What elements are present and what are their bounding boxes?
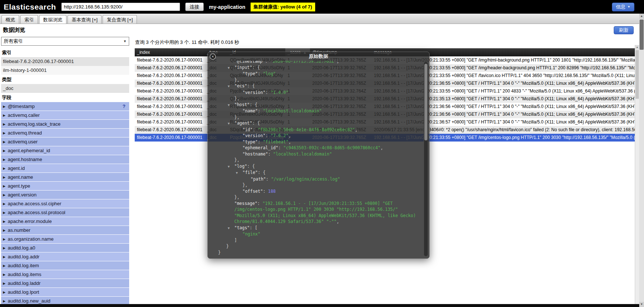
expand-icon: ▶ — [3, 255, 6, 259]
expand-icon: ▶ — [3, 140, 6, 144]
field-item-label: auditd.log.addr — [8, 254, 39, 259]
field-item-label: agent.hostname — [8, 157, 42, 162]
type-list: _doc — [1, 84, 129, 93]
results-summary: 查询 3 个分片中用的 3 个. 11 命中. 耗时 0.016 秒 — [135, 39, 636, 46]
field-item[interactable]: ▶apache.access.ssl.cipher — [1, 199, 129, 208]
scroll-up-icon[interactable]: ▲ — [635, 45, 639, 49]
modal-scrollbar-thumb[interactable] — [424, 64, 427, 140]
tab[interactable]: 基本查询 [+] — [68, 15, 101, 24]
field-item[interactable]: ▶activemq.log.stack_trace — [1, 120, 129, 129]
scroll-up-icon[interactable]: ▲ — [639, 14, 644, 19]
tab[interactable]: 数据浏览 — [39, 15, 66, 24]
tab[interactable]: 概览 — [1, 15, 19, 24]
connect-button[interactable]: 连接 — [185, 3, 204, 11]
bottom-edge-bar — [0, 304, 639, 307]
field-item[interactable]: ▶agent.hostname — [1, 155, 129, 164]
field-item-label: auditd.log.new_auid — [8, 298, 51, 304]
field-item-label: apache.error.module — [8, 219, 52, 224]
field-item-label: auditd.log.a0 — [8, 245, 35, 251]
modal-close-button[interactable]: ✕ — [210, 53, 216, 60]
field-item[interactable]: ▶activemq.caller — [1, 111, 129, 120]
collapse-icon[interactable]: ▼ — [228, 83, 234, 90]
json-line: }, — [208, 77, 423, 83]
page-scrollbar[interactable]: ▲ ▼ — [639, 14, 644, 307]
field-item[interactable]: ▶agent.type — [1, 182, 129, 191]
json-line: "id": "f8b298c7-50eb-4e1e-84f6-8a092ce8e… — [208, 127, 423, 133]
field-item[interactable]: ▶activemq.user — [1, 137, 129, 146]
cluster-name: my-application — [209, 4, 245, 10]
expand-icon: ▶ — [3, 273, 6, 276]
field-item[interactable]: ▶auditd.log.a0 — [1, 244, 129, 252]
field-item[interactable]: ▶auditd.log.addr — [1, 252, 129, 261]
refresh-button[interactable]: 刷新 — [614, 26, 634, 34]
field-item[interactable]: ▶agent.id — [1, 164, 129, 173]
field-item[interactable]: ▶auditd.log.item — [1, 261, 129, 270]
field-item-label: auditd.log.item — [8, 263, 39, 268]
page-scrollbar-thumb[interactable] — [640, 20, 644, 50]
field-item-label: activemq.user — [8, 139, 38, 144]
sidebar: 所有索引 ▼ 索引 filebeat-7.6.2-2020.06.17-0000… — [0, 36, 130, 307]
field-item-label: agent.type — [8, 183, 30, 189]
tab-bar: 概览索引数据浏览基本查询 [+]复合查询 [+] — [0, 14, 644, 24]
field-item[interactable]: ▶auditd.log.lport — [1, 288, 129, 297]
field-item[interactable]: ▶auditd.log.laddr — [1, 279, 129, 288]
scroll-down-icon[interactable]: ▼ — [639, 302, 644, 307]
expand-icon: ▶ — [3, 167, 6, 170]
table-scrollbar[interactable]: ▲ — [635, 45, 639, 304]
json-line: "hostname": "localhost.localdomain" — [208, 151, 423, 157]
field-item[interactable]: ▶apache.access.ssl.protocol — [1, 208, 129, 217]
section-fields-label: 字段 — [1, 93, 129, 102]
json-line: "type": "filebeat", — [208, 139, 423, 145]
info-button[interactable]: 信息 ▼ — [612, 3, 634, 11]
page-head: 数据浏览 刷新 — [0, 24, 644, 36]
collapse-icon[interactable]: ▼ — [228, 164, 234, 170]
json-line: ▼"host": { — [208, 102, 423, 108]
server-url-input[interactable] — [61, 3, 180, 11]
field-item[interactable]: ▶agent.name — [1, 173, 129, 182]
field-item[interactable]: ▶auditd.log.items — [1, 270, 129, 279]
json-line: } — [208, 243, 423, 250]
json-line: ▼"log": { — [208, 163, 423, 170]
collapse-icon[interactable]: ▼ — [236, 170, 242, 176]
json-viewer: "@timestamp": "2020-06-17T13:39:32.765Z"… — [208, 61, 423, 256]
cell-index: filebeat-7.6.2-2020.06.17-000001 — [135, 87, 205, 95]
section-types-label: 类型 — [1, 75, 129, 84]
tab[interactable]: 复合查询 [+] — [103, 15, 137, 24]
json-line: }, — [208, 114, 423, 121]
modal-scrollbar[interactable] — [424, 62, 428, 257]
expand-icon: ▶ — [3, 220, 6, 223]
expand-icon: ▶ — [3, 228, 6, 232]
expand-icon: ▶ — [3, 264, 6, 268]
field-item[interactable]: ▶as.number — [1, 226, 129, 235]
index-filter-select[interactable]: 所有索引 ▼ — [1, 37, 129, 46]
index-item[interactable]: filebeat-7.6.2-2020.06.17-000001 — [1, 57, 129, 66]
collapse-icon[interactable]: ▼ — [228, 225, 234, 231]
index-item[interactable]: ilm-history-1-000001 — [1, 66, 129, 75]
json-line: "version": "7.6.2", — [208, 133, 423, 139]
expand-icon: ▶ — [3, 149, 6, 153]
collapse-icon[interactable]: ▼ — [228, 121, 234, 127]
collapse-icon[interactable]: ▼ — [228, 65, 234, 71]
field-item[interactable]: ▶agent.ephemeral_id — [1, 146, 129, 155]
field-item[interactable]: ▶as.organization.name — [1, 235, 129, 244]
field-item[interactable]: ▶apache.error.module — [1, 217, 129, 226]
cell-index: filebeat-7.6.2-2020.06.17-000001 — [135, 95, 205, 103]
field-item-label: activemq.log.stack_trace — [8, 121, 61, 127]
tab[interactable]: 索引 — [20, 15, 38, 24]
field-item-label: apache.access.ssl.protocol — [8, 210, 65, 215]
section-indices-label: 索引 — [1, 48, 129, 57]
json-line: ▼"file": { — [208, 170, 423, 176]
field-item[interactable]: ▶activemq.thread — [1, 129, 129, 137]
field-item[interactable]: ▶@timestamp? — [1, 102, 129, 111]
collapse-icon[interactable]: ▼ — [228, 102, 234, 108]
field-item-label: as.organization.name — [8, 236, 54, 242]
caret-down-icon: ▼ — [627, 5, 630, 8]
page-title: 数据浏览 — [0, 27, 25, 34]
field-item[interactable]: ▶agent.version — [1, 191, 129, 199]
cell-index: filebeat-7.6.2-2020.06.17-000001 — [135, 134, 205, 142]
table-scrollbar-thumb[interactable] — [636, 50, 639, 99]
table-header-cell[interactable]: _index — [135, 48, 205, 56]
json-line: "name": "localhost.localdomain" — [208, 108, 423, 114]
help-icon[interactable]: ? — [123, 104, 125, 109]
type-item[interactable]: _doc — [1, 84, 129, 93]
